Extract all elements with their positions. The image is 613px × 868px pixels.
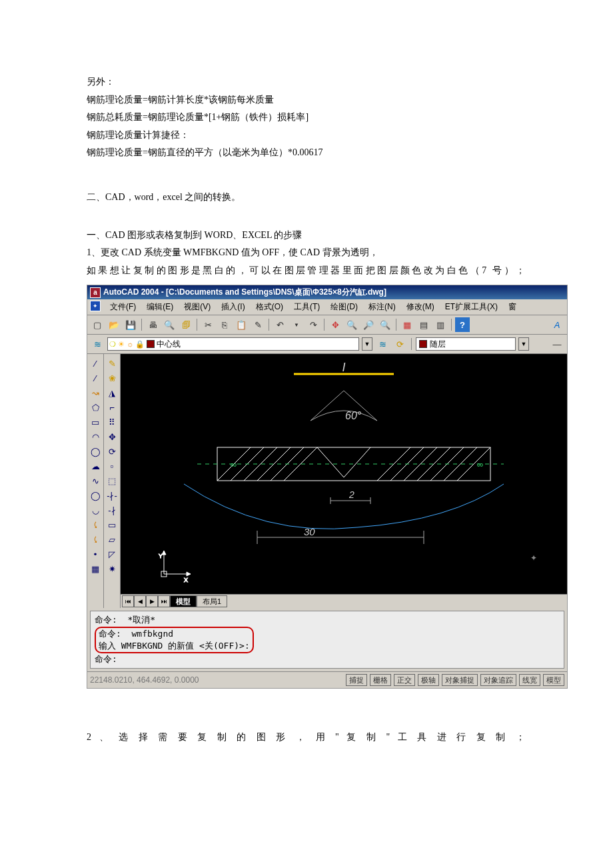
explode-icon[interactable]: ✷ bbox=[105, 562, 119, 575]
menu-draw[interactable]: 绘图(D) bbox=[326, 301, 362, 313]
textstyle-icon[interactable]: A bbox=[550, 317, 564, 332]
revcloud-icon[interactable]: ☁ bbox=[89, 459, 102, 473]
layer-manager-icon[interactable]: ≋ bbox=[90, 337, 105, 351]
line-icon[interactable]: ∕ bbox=[89, 357, 102, 370]
menu-window[interactable]: 窗 bbox=[504, 301, 520, 313]
new-icon[interactable]: ▢ bbox=[90, 317, 105, 332]
zoom-prev-icon[interactable]: 🔍 bbox=[378, 317, 392, 332]
point-icon[interactable]: • bbox=[89, 547, 102, 561]
status-model[interactable]: 模型 bbox=[543, 674, 564, 686]
layer-states-icon[interactable]: ⟳ bbox=[392, 337, 407, 351]
undo-dd-icon[interactable]: ▼ bbox=[289, 317, 304, 332]
mirror-icon[interactable]: ◮ bbox=[105, 386, 119, 399]
circle-icon[interactable]: ◯ bbox=[89, 445, 102, 458]
xline-icon[interactable]: ∕ bbox=[89, 371, 102, 385]
svg-text:✦: ✦ bbox=[530, 553, 537, 563]
erase-icon[interactable]: ✎ bbox=[105, 357, 119, 370]
pan-icon[interactable]: ✥ bbox=[328, 317, 342, 332]
status-otrack[interactable]: 对象追踪 bbox=[480, 674, 516, 686]
window-title: AutoCAD 2004 - [C:\Documents and Setting… bbox=[103, 287, 386, 298]
spline-icon[interactable]: ∿ bbox=[89, 474, 102, 487]
color-dropdown[interactable]: 随层 bbox=[416, 337, 516, 351]
separator bbox=[411, 338, 412, 350]
menu-et[interactable]: ET扩展工具(X) bbox=[441, 301, 502, 313]
fillet-icon[interactable]: ◸ bbox=[105, 547, 119, 561]
drawing-canvas[interactable]: I 60° bbox=[121, 354, 567, 594]
trim-icon[interactable]: -∤- bbox=[105, 489, 119, 502]
status-grid[interactable]: 栅格 bbox=[370, 674, 391, 686]
modify-toolbar: ✎ ❀ ◮ ⌐ ⠿ ✥ ⟳ ▫ ⬚ -∤- -∤ ▭ ▱ ◸ ✷ bbox=[104, 354, 121, 608]
rotate-icon[interactable]: ⟳ bbox=[105, 445, 119, 458]
svg-rect-5 bbox=[217, 447, 490, 481]
array-icon[interactable]: ⠿ bbox=[105, 415, 119, 429]
print-icon[interactable]: 🖶 bbox=[145, 317, 160, 332]
chamfer-icon[interactable]: ▱ bbox=[105, 533, 119, 546]
ellipse-icon[interactable]: ◯ bbox=[89, 489, 102, 502]
save-icon[interactable]: 💾 bbox=[123, 317, 138, 332]
status-ortho[interactable]: 正交 bbox=[394, 674, 415, 686]
polygon-icon[interactable]: ⬠ bbox=[89, 401, 102, 414]
open-icon[interactable]: 📂 bbox=[107, 317, 121, 332]
svg-text:X: X bbox=[184, 577, 188, 583]
menu-insert[interactable]: 插入(I) bbox=[217, 301, 249, 313]
copy-icon[interactable]: ⎘ bbox=[217, 317, 232, 332]
matchprop-icon[interactable]: ✎ bbox=[251, 317, 265, 332]
separator bbox=[324, 319, 324, 331]
scale-icon[interactable]: ▫ bbox=[105, 459, 119, 473]
block-icon[interactable]: ⤹ bbox=[89, 533, 102, 546]
command-window[interactable]: 命令: *取消* 命令: wmfbkgnd 输入 WMFBKGND 的新值 <关… bbox=[90, 611, 564, 669]
menu-format[interactable]: 格式(O) bbox=[252, 301, 287, 313]
move-icon[interactable]: ✥ bbox=[105, 430, 119, 443]
dc-icon[interactable]: ▤ bbox=[416, 317, 431, 332]
status-polar[interactable]: 极轴 bbox=[418, 674, 439, 686]
tp-icon[interactable]: ▥ bbox=[433, 317, 448, 332]
rect-icon[interactable]: ▭ bbox=[89, 415, 102, 429]
menu-tools[interactable]: 工具(T) bbox=[290, 301, 324, 313]
publish-icon[interactable]: 🗐 bbox=[179, 317, 193, 332]
paste-icon[interactable]: 📋 bbox=[234, 317, 249, 332]
menu-modify[interactable]: 修改(M) bbox=[402, 301, 438, 313]
menu-edit[interactable]: 编辑(E) bbox=[143, 301, 177, 313]
svg-line-19 bbox=[317, 447, 344, 477]
preview-icon[interactable]: 🔍 bbox=[162, 317, 177, 332]
menu-view[interactable]: 视图(V) bbox=[180, 301, 215, 313]
menu-dim[interactable]: 标注(N) bbox=[364, 301, 400, 313]
sun2-icon: ☼ bbox=[127, 340, 133, 348]
chevron-down-icon[interactable]: ▼ bbox=[362, 337, 372, 351]
ellipsearc-icon[interactable]: ◡ bbox=[89, 503, 102, 517]
undo-icon[interactable]: ↶ bbox=[273, 317, 287, 332]
hatch-icon[interactable]: ▦ bbox=[89, 562, 102, 575]
status-snap[interactable]: 捕捉 bbox=[346, 674, 367, 686]
status-osnap[interactable]: 对象捕捉 bbox=[442, 674, 478, 686]
zoom-window-icon[interactable]: 🔎 bbox=[361, 317, 376, 332]
arc-icon[interactable]: ◠ bbox=[89, 430, 102, 443]
menu-file[interactable]: 文件(F) bbox=[106, 301, 140, 313]
tab-next-icon[interactable]: ▶ bbox=[146, 595, 158, 607]
help-icon[interactable]: ? bbox=[455, 317, 470, 332]
cut-icon[interactable]: ✂ bbox=[201, 317, 215, 332]
copy-obj-icon[interactable]: ❀ bbox=[105, 371, 119, 385]
offset-icon[interactable]: ⌐ bbox=[105, 401, 119, 414]
insert-icon[interactable]: ⤹ bbox=[89, 518, 102, 531]
tab-last-icon[interactable]: ⏭ bbox=[158, 595, 170, 607]
svg-line-2 bbox=[310, 391, 344, 421]
tab-prev-icon[interactable]: ◀ bbox=[134, 595, 146, 607]
section-2-heading: 二、CAD，word，excel 之间的转换。 bbox=[87, 189, 526, 207]
tab-layout1[interactable]: 布局1 bbox=[197, 595, 227, 607]
properties-icon[interactable]: ▦ bbox=[400, 317, 414, 332]
tab-first-icon[interactable]: ⏮ bbox=[122, 595, 134, 607]
break-icon[interactable]: ▭ bbox=[105, 518, 119, 531]
extend-icon[interactable]: -∤ bbox=[105, 503, 119, 517]
tab-model[interactable]: 模型 bbox=[170, 595, 197, 607]
svg-text:60°: 60° bbox=[345, 410, 362, 421]
layer-dropdown[interactable]: ❍ ☀ ☼ 🔒 中心线 bbox=[107, 337, 359, 351]
chevron-down-icon[interactable]: ▼ bbox=[518, 337, 529, 351]
linetype-icon[interactable]: — bbox=[550, 337, 564, 351]
stretch-icon[interactable]: ⬚ bbox=[105, 474, 119, 487]
layer-prev-icon[interactable]: ≋ bbox=[375, 337, 390, 351]
cmd-line-3: 命令: bbox=[95, 653, 560, 665]
redo-icon[interactable]: ↷ bbox=[306, 317, 320, 332]
zoom-realtime-icon[interactable]: 🔍 bbox=[344, 317, 359, 332]
pline-icon[interactable]: ↝ bbox=[89, 386, 102, 399]
status-lwt[interactable]: 线宽 bbox=[519, 674, 540, 686]
